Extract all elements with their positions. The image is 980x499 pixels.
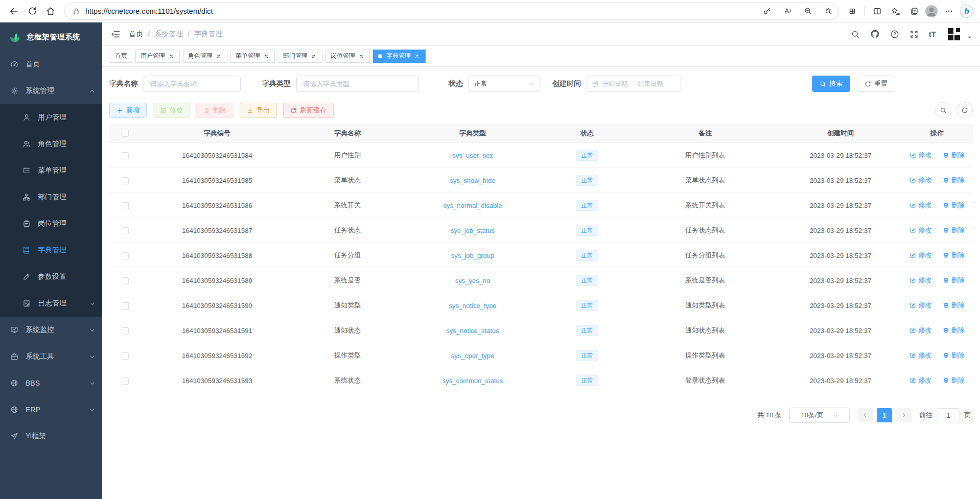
- sidebar-item-dict-mgmt[interactable]: 字典管理: [0, 237, 102, 264]
- zoom-out-button[interactable]: [800, 4, 815, 19]
- tab-post-mgmt[interactable]: 岗位管理: [325, 50, 370, 63]
- split-screen-button[interactable]: [869, 3, 886, 20]
- dict-type-input[interactable]: [296, 76, 419, 92]
- close-icon[interactable]: [310, 53, 317, 60]
- dict-name-input[interactable]: [144, 76, 241, 92]
- copilot-bing-button[interactable]: b: [959, 3, 975, 19]
- tab-dict-mgmt[interactable]: 字典管理: [373, 50, 426, 63]
- row-checkbox[interactable]: [122, 327, 129, 335]
- row-delete-button[interactable]: 删除: [943, 251, 965, 260]
- browser-profile-button[interactable]: [924, 4, 939, 19]
- row-delete-button[interactable]: 删除: [943, 301, 965, 310]
- page-size-select[interactable]: 10条/页: [789, 408, 850, 423]
- sidebar-item-dept-mgmt[interactable]: 部门管理: [0, 184, 102, 210]
- sidebar-item-home[interactable]: 首页: [0, 51, 102, 78]
- collections-button[interactable]: [905, 3, 923, 20]
- sidebar-item-role-mgmt[interactable]: 角色管理: [0, 131, 102, 157]
- dict-type-link[interactable]: sys_notice_status: [446, 327, 499, 335]
- export-button[interactable]: 导出: [240, 103, 277, 118]
- row-delete-button[interactable]: 删除: [943, 376, 965, 385]
- close-icon[interactable]: [263, 53, 270, 60]
- row-edit-button[interactable]: 修改: [909, 276, 931, 285]
- sidebar-item-system-monitor[interactable]: 系统监控: [0, 317, 102, 343]
- row-delete-button[interactable]: 删除: [943, 326, 965, 335]
- sidebar-item-param-settings[interactable]: 参数设置: [0, 264, 102, 290]
- browser-settings-more-button[interactable]: [940, 3, 958, 20]
- sidebar-fold-button[interactable]: [110, 29, 121, 39]
- row-checkbox[interactable]: [122, 302, 129, 310]
- row-delete-button[interactable]: 删除: [943, 226, 965, 235]
- row-delete-button[interactable]: 删除: [943, 201, 965, 210]
- tab-menu-mgmt[interactable]: 菜单管理: [230, 50, 275, 63]
- select-all-checkbox[interactable]: [122, 130, 129, 137]
- browser-home-button[interactable]: [42, 3, 59, 20]
- avatar-caret-icon[interactable]: [967, 35, 972, 40]
- read-aloud-button[interactable]: [780, 4, 795, 19]
- user-avatar[interactable]: [946, 27, 962, 42]
- refresh-table-button[interactable]: [956, 102, 973, 118]
- dict-type-link[interactable]: sys_normal_disable: [444, 202, 502, 209]
- add-favorite-button[interactable]: [821, 4, 836, 19]
- tab-role-mgmt[interactable]: 角色管理: [183, 50, 227, 63]
- edit-button[interactable]: 修改: [153, 103, 190, 118]
- next-page-button[interactable]: [896, 408, 912, 422]
- row-delete-button[interactable]: 删除: [943, 151, 965, 160]
- row-checkbox[interactable]: [122, 152, 129, 159]
- url-text[interactable]: https://ccnetcore.com:1101/system/dict: [85, 7, 754, 15]
- row-edit-button[interactable]: 修改: [909, 351, 931, 360]
- header-search-button[interactable]: [851, 30, 860, 39]
- refresh-cache-button[interactable]: 刷新缓存: [283, 103, 334, 118]
- dict-type-link[interactable]: sys_notice_type: [449, 302, 496, 310]
- row-edit-button[interactable]: 修改: [909, 201, 931, 210]
- tab-dept-mgmt[interactable]: 部门管理: [278, 50, 322, 63]
- github-button[interactable]: [870, 29, 880, 39]
- dict-type-link[interactable]: sys_yes_no: [455, 277, 491, 284]
- sidebar-item-system-tools[interactable]: 系统工具: [0, 343, 102, 370]
- browser-back-button[interactable]: [5, 3, 22, 20]
- add-button[interactable]: 新增: [109, 103, 147, 118]
- dict-type-link[interactable]: sys_job_group: [451, 252, 495, 259]
- sidebar-item-bbs[interactable]: BBS: [0, 370, 102, 396]
- row-checkbox[interactable]: [122, 252, 129, 259]
- delete-button[interactable]: 删除: [196, 103, 234, 118]
- row-edit-button[interactable]: 修改: [909, 226, 931, 235]
- browser-extensions-button[interactable]: [844, 3, 861, 20]
- font-size-button[interactable]: tT: [929, 30, 936, 38]
- sidebar-item-menu-mgmt[interactable]: 菜单管理: [0, 157, 102, 184]
- sidebar-item-log-mgmt[interactable]: 日志管理: [0, 290, 102, 317]
- row-checkbox[interactable]: [122, 227, 129, 234]
- dict-type-link[interactable]: sys_job_status: [451, 227, 495, 234]
- help-button[interactable]: [890, 30, 899, 39]
- current-page-button[interactable]: 1: [877, 408, 892, 422]
- favorites-button[interactable]: [887, 3, 904, 20]
- date-range-picker[interactable]: 开始日期 - 结束日期: [587, 76, 681, 92]
- status-select[interactable]: 正常: [469, 76, 540, 92]
- dict-type-link[interactable]: sys_oper_type: [451, 352, 495, 360]
- close-icon[interactable]: [358, 53, 365, 60]
- fullscreen-button[interactable]: [909, 30, 919, 39]
- row-edit-button[interactable]: 修改: [909, 176, 931, 185]
- row-checkbox[interactable]: [122, 202, 129, 209]
- row-edit-button[interactable]: 修改: [909, 376, 931, 385]
- sidebar-item-user-mgmt[interactable]: 用户管理: [0, 104, 102, 131]
- row-edit-button[interactable]: 修改: [909, 251, 931, 260]
- row-edit-button[interactable]: 修改: [909, 326, 931, 335]
- sidebar-item-system-mgmt[interactable]: 系统管理: [0, 78, 102, 104]
- sidebar-item-post-mgmt[interactable]: 岗位管理: [0, 210, 102, 237]
- toggle-search-button[interactable]: [935, 102, 951, 118]
- dict-type-link[interactable]: sys_user_sex: [452, 152, 493, 159]
- browser-refresh-button[interactable]: [24, 3, 41, 20]
- reset-button[interactable]: 重置: [857, 76, 895, 92]
- close-icon[interactable]: [215, 53, 222, 60]
- close-icon[interactable]: [413, 53, 421, 60]
- sidebar-item-erp[interactable]: ERP: [0, 396, 102, 423]
- row-checkbox[interactable]: [122, 377, 129, 385]
- breadcrumb-home[interactable]: 首页: [129, 30, 143, 39]
- tab-user-mgmt[interactable]: 用户管理: [135, 50, 180, 63]
- sidebar-item-yi-framework[interactable]: Yi框架: [0, 423, 102, 449]
- dict-type-link[interactable]: sys_show_hide: [450, 177, 496, 184]
- password-key-button[interactable]: [759, 4, 775, 19]
- tab-home[interactable]: 首页: [110, 50, 132, 63]
- row-delete-button[interactable]: 删除: [943, 176, 965, 185]
- prev-page-button[interactable]: [857, 408, 873, 422]
